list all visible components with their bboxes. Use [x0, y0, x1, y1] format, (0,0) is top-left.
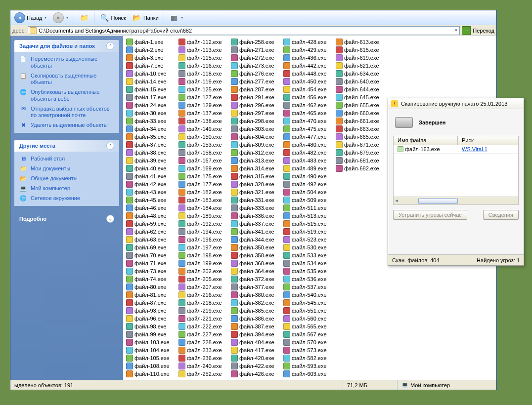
file-item[interactable]: файл-681.exe: [335, 157, 387, 164]
file-item[interactable]: файл-125.exe: [177, 85, 230, 93]
folders-button[interactable]: 📂 Папки: [130, 12, 161, 24]
file-item[interactable]: файл-198.exe: [177, 251, 230, 259]
file-item[interactable]: файл-386.exe: [230, 315, 282, 323]
file-item[interactable]: файл-333.exe: [230, 204, 282, 212]
file-item[interactable]: файл-492.exe: [282, 180, 335, 188]
file-item[interactable]: файл-99.exe: [125, 330, 177, 338]
address-dropdown-icon[interactable]: ▼: [454, 28, 458, 33]
file-item[interactable]: файл-70.exe: [125, 251, 177, 259]
file-item[interactable]: файл-448.exe: [282, 70, 335, 78]
file-item[interactable]: файл-46.exe: [125, 204, 177, 212]
file-item[interactable]: файл-37.exe: [125, 141, 177, 149]
file-item[interactable]: файл-387.exe: [230, 323, 282, 330]
file-item[interactable]: файл-272.exe: [230, 54, 282, 62]
address-input[interactable]: C:\Documents and Settings\Администратор\…: [28, 26, 460, 35]
file-item[interactable]: файл-665.exe: [335, 133, 387, 141]
task-item[interactable]: ✖Удалить выделенные объекты: [19, 122, 114, 129]
result-row[interactable]: файл-163.exe WS.Viral.1: [394, 145, 518, 154]
file-item[interactable]: файл-24.exe: [125, 101, 177, 109]
go-button[interactable]: →: [462, 26, 471, 35]
file-item[interactable]: файл-38.exe: [125, 149, 177, 157]
file-item[interactable]: файл-59.exe: [125, 220, 177, 228]
file-item[interactable]: файл-150.exe: [177, 133, 230, 141]
file-item[interactable]: файл-482.exe: [282, 149, 335, 157]
file-item[interactable]: файл-480.exe: [282, 141, 335, 149]
file-item[interactable]: файл-15.exe: [125, 85, 177, 93]
file-item[interactable]: файл-420.exe: [230, 354, 282, 362]
file-item[interactable]: файл-573.exe: [282, 346, 335, 354]
file-item[interactable]: файл-456.exe: [282, 93, 335, 101]
place-item[interactable]: 🌐Сетевое окружение: [19, 195, 114, 202]
file-item[interactable]: файл-116.exe: [177, 62, 230, 70]
tasks-panel-header[interactable]: Задачи для файлов и папок ⌃: [14, 40, 119, 52]
file-item[interactable]: файл-105.exe: [125, 354, 177, 362]
file-item[interactable]: файл-184.exe: [177, 204, 230, 212]
file-item[interactable]: файл-205.exe: [177, 275, 230, 283]
result-risk-link[interactable]: WS.Viral.1: [462, 146, 488, 152]
file-item[interactable]: файл-426.exe: [230, 370, 282, 378]
file-item[interactable]: файл-465.exe: [282, 109, 335, 117]
file-item[interactable]: файл-682.exe: [335, 164, 387, 172]
file-item[interactable]: файл-73.exe: [125, 267, 177, 275]
file-item[interactable]: файл-350.exe: [230, 243, 282, 251]
file-item[interactable]: файл-291.exe: [230, 93, 282, 101]
file-item[interactable]: файл-43.exe: [125, 188, 177, 196]
file-item[interactable]: файл-344.exe: [230, 236, 282, 243]
file-item[interactable]: файл-87.exe: [125, 299, 177, 307]
file-item[interactable]: файл-615.exe: [335, 46, 387, 54]
file-item[interactable]: файл-475.exe: [282, 125, 335, 133]
file-item[interactable]: файл-42.exe: [125, 180, 177, 188]
file-item[interactable]: файл-661.exe: [335, 117, 387, 125]
file-item[interactable]: файл-39.exe: [125, 157, 177, 164]
file-item[interactable]: файл-582.exe: [282, 354, 335, 362]
file-item[interactable]: файл-207.exe: [177, 283, 230, 291]
file-item[interactable]: файл-74.exe: [125, 275, 177, 283]
file-item[interactable]: файл-320.exe: [230, 180, 282, 188]
file-item[interactable]: файл-313.exe: [230, 157, 282, 164]
file-item[interactable]: файл-287.exe: [230, 85, 282, 93]
file-item[interactable]: файл-297.exe: [230, 109, 282, 117]
scrollbar-thumb[interactable]: [418, 198, 458, 204]
file-item[interactable]: файл-216.exe: [177, 291, 230, 299]
file-item[interactable]: файл-337.exe: [230, 220, 282, 228]
file-item[interactable]: файл-536.exe: [282, 275, 335, 283]
file-item[interactable]: файл-364.exe: [230, 267, 282, 275]
file-item[interactable]: файл-138.exe: [177, 117, 230, 125]
file-item[interactable]: файл-276.exe: [230, 70, 282, 78]
file-item[interactable]: файл-341.exe: [230, 228, 282, 236]
file-item[interactable]: файл-196.exe: [177, 236, 230, 243]
file-item[interactable]: файл-304.exe: [230, 133, 282, 141]
file-item[interactable]: файл-115.exe: [177, 54, 230, 62]
file-item[interactable]: файл-442.exe: [282, 62, 335, 70]
file-item[interactable]: файл-153.exe: [177, 141, 230, 149]
file-item[interactable]: файл-7.exe: [125, 62, 177, 70]
file-item[interactable]: файл-454.exe: [282, 85, 335, 93]
file-item[interactable]: файл-96.exe: [125, 315, 177, 323]
scanner-titlebar[interactable]: ! Сканирование вручную начато 25.01.2013: [388, 98, 524, 109]
file-item[interactable]: файл-513.exe: [282, 212, 335, 220]
file-item[interactable]: файл-436.exe: [282, 54, 335, 62]
file-item[interactable]: файл-158.exe: [177, 149, 230, 157]
file-item[interactable]: файл-634.exe: [335, 70, 387, 78]
back-dropdown-icon[interactable]: ▼: [44, 16, 47, 19]
file-item[interactable]: файл-565.exe: [282, 323, 335, 330]
file-item[interactable]: файл-2.exe: [125, 46, 177, 54]
file-item[interactable]: файл-489.exe: [282, 164, 335, 172]
file-item[interactable]: файл-219.exe: [177, 307, 230, 315]
file-item[interactable]: файл-80.exe: [125, 283, 177, 291]
file-item[interactable]: файл-227.exe: [177, 330, 230, 338]
file-item[interactable]: файл-110.exe: [125, 370, 177, 378]
h-scrollbar[interactable]: ◄: [394, 197, 518, 204]
file-item[interactable]: файл-429.exe: [282, 46, 335, 54]
file-item[interactable]: файл-679.exe: [335, 149, 387, 157]
file-item[interactable]: файл-273.exe: [230, 62, 282, 70]
file-item[interactable]: файл-228.exe: [177, 338, 230, 346]
forward-dropdown-icon[interactable]: ▼: [65, 16, 69, 19]
file-item[interactable]: файл-660.exe: [335, 109, 387, 117]
file-item[interactable]: файл-14.exe: [125, 78, 177, 85]
place-item[interactable]: 🖥Рабочий стол: [19, 156, 114, 162]
file-item[interactable]: файл-619.exe: [335, 54, 387, 62]
file-item[interactable]: файл-175.exe: [177, 172, 230, 180]
file-item[interactable]: файл-81.exe: [125, 291, 177, 299]
back-button[interactable]: ◄ Назад ▼: [12, 11, 49, 24]
